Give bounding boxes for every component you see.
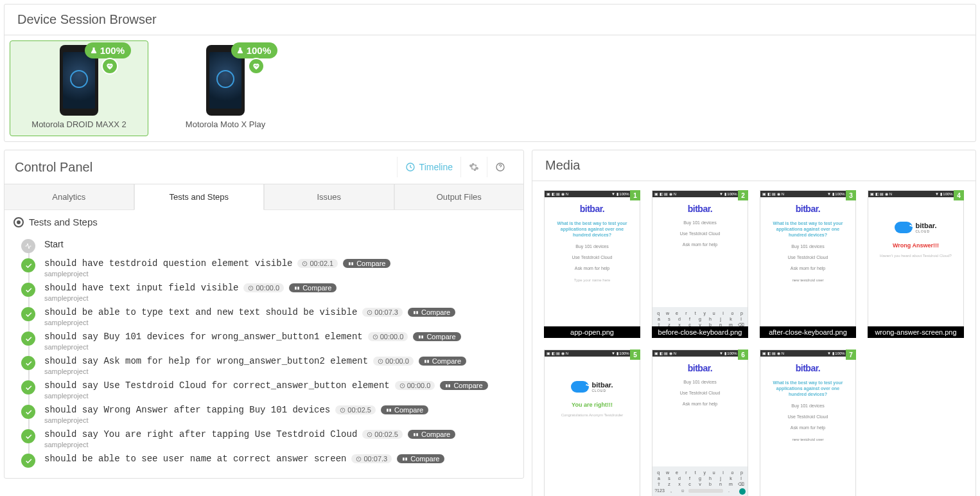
thumbnail-image: ▣ ◧ ▤ ◉ N▼ ▮ 100% 11:3bitbar.What is the… [544, 190, 640, 338]
step-duration: 00:02.1 [297, 259, 338, 268]
settings-button[interactable] [460, 157, 487, 177]
test-step[interactable]: should say Ask mom for help for wrong_an… [21, 352, 514, 376]
step-duration: 00:00.0 [243, 283, 284, 292]
step-title: should say Ask mom for help for wrong_an… [44, 356, 368, 366]
clock-icon [405, 162, 416, 172]
thumbnail-caption: wrong-answer-screen.png [868, 326, 964, 338]
compare-button[interactable]: Compare [419, 357, 466, 366]
device-session-browser: Device Session Browser 100% Motorola DRO… [4, 4, 976, 142]
compare-button[interactable]: Compare [343, 259, 390, 268]
svg-rect-19 [449, 384, 451, 387]
step-title: should say You are right after tapping U… [44, 429, 357, 439]
pass-icon [21, 429, 35, 443]
compare-button[interactable]: Compare [397, 454, 444, 463]
svg-rect-6 [295, 287, 297, 290]
device-name: Motorola DROID MAXX 2 [15, 120, 143, 129]
svg-rect-7 [297, 287, 299, 290]
test-step[interactable]: should be able to type text and new text… [21, 303, 514, 328]
compare-button[interactable]: Compare [440, 381, 487, 390]
thumbnail-image: ▣ ◧ ▤ ◉ N▼ ▮ 100% 11:3bitbar.What is the… [760, 190, 856, 338]
svg-rect-9 [414, 311, 416, 314]
clock-icon [356, 456, 362, 462]
screenshot-thumbnail[interactable]: ▣ ◧ ▤ ◉ N▼ ▮ 100% 11:3bitbar.CLOUDYou ar… [544, 350, 640, 496]
pass-icon [21, 332, 35, 346]
step-duration: 00:00.0 [395, 381, 435, 390]
pass-icon [21, 405, 35, 419]
flask-icon [236, 47, 244, 55]
timeline-button[interactable]: Timeline [397, 157, 460, 177]
clock-icon [372, 334, 378, 340]
gear-icon [469, 162, 479, 172]
device-card[interactable]: 100% Motorola Moto X Play [156, 40, 295, 136]
step-project: sampleproject [44, 416, 514, 424]
svg-rect-12 [419, 335, 421, 339]
clock-icon [367, 310, 372, 315]
pass-icon [21, 380, 35, 394]
test-step[interactable]: should say Buy 101 devices for wrong_ans… [21, 328, 514, 352]
compare-button[interactable]: Compare [381, 405, 428, 414]
tab-analytics[interactable]: Analytics [4, 184, 134, 210]
step-project: sampleproject [44, 319, 514, 326]
thumbnail-number: 2 [738, 190, 748, 200]
test-step[interactable]: should say You are right after tapping U… [21, 425, 514, 450]
device-card[interactable]: 100% Motorola DROID MAXX 2 [10, 40, 148, 136]
screenshot-thumbnail[interactable]: ▣ ◧ ▤ ◉ N▼ ▮ 100% 11:3bitbar.CLOUDWrong … [868, 190, 964, 338]
step-project: sampleproject [44, 343, 514, 351]
test-step[interactable]: should have text input field visible 00:… [21, 279, 514, 303]
media-title: Media [532, 150, 976, 181]
test-step[interactable]: should say Use Testdroid Cloud for corre… [21, 376, 514, 401]
svg-rect-10 [416, 311, 418, 314]
thumbnail-image: ▣ ◧ ▤ ◉ N▼ ▮ 100% 11:3bitbar.What is the… [760, 350, 856, 496]
step-duration: 00:00.0 [373, 357, 414, 366]
flask-icon [90, 47, 98, 55]
step-title: should have text input field visible [44, 283, 238, 293]
control-panel-title: Control Panel [15, 160, 92, 175]
media-panel: Media ▣ ◧ ▤ ◉ N▼ ▮ 100% 11:3bitbar.What … [532, 150, 976, 496]
step-title: should be able to type text and new text… [44, 307, 357, 317]
pass-icon [21, 283, 35, 297]
svg-rect-16 [427, 360, 429, 363]
compare-button[interactable]: Compare [408, 308, 455, 317]
svg-rect-25 [416, 433, 418, 436]
tab-output-files[interactable]: Output Files [394, 184, 524, 210]
compare-button[interactable]: Compare [413, 332, 460, 341]
svg-rect-18 [446, 384, 448, 387]
screenshot-thumbnail[interactable]: ▣ ◧ ▤ ◉ N▼ ▮ 100% 11:3bitbar.What is the… [760, 190, 856, 338]
step-project: sampleproject [44, 392, 514, 400]
timeline-label: Timeline [419, 162, 453, 172]
compare-icon [418, 334, 424, 340]
compare-icon [413, 310, 419, 315]
screenshot-thumbnail[interactable]: ▣ ◧ ▤ ◉ N▼ ▮ 100% 11:3bitbar.What is the… [760, 350, 856, 496]
test-step[interactable]: should be able to see user name at corre… [21, 450, 514, 469]
svg-rect-3 [349, 262, 351, 265]
control-panel: Control Panel Timeline A [4, 150, 524, 479]
step-project: sampleproject [44, 270, 514, 278]
thumbnail-number: 5 [630, 350, 640, 360]
pass-icon [21, 258, 35, 272]
pass-icon [21, 454, 35, 468]
start-label: Start [44, 239, 64, 249]
thumbnail-number: 4 [954, 190, 964, 200]
compare-button[interactable]: Compare [408, 430, 455, 439]
pass-icon [21, 356, 35, 370]
step-duration: 00:07.3 [362, 308, 403, 317]
tab-tests-and-steps[interactable]: Tests and Steps [134, 184, 265, 210]
thumbnail-number: 1 [630, 190, 640, 200]
svg-rect-15 [424, 360, 426, 363]
clock-icon [399, 383, 405, 389]
step-duration: 00:07.3 [351, 454, 392, 463]
screenshot-thumbnail[interactable]: ▣ ◧ ▤ ◉ N▼ ▮ 100% 11:3bitbar.Buy 101 dev… [652, 350, 748, 496]
svg-rect-4 [351, 262, 353, 265]
tab-issues[interactable]: Issues [264, 184, 394, 210]
thumbnail-number: 7 [846, 350, 856, 360]
test-step[interactable]: should say Wrong Answer after tapping Bu… [21, 401, 514, 425]
screenshot-thumbnail[interactable]: ▣ ◧ ▤ ◉ N▼ ▮ 100% 11:3bitbar.Buy 101 dev… [652, 190, 748, 338]
svg-rect-13 [422, 335, 424, 339]
test-step[interactable]: should have testdroid question element v… [21, 254, 514, 279]
help-button[interactable] [487, 157, 513, 177]
compare-icon [294, 285, 300, 291]
compare-button[interactable]: Compare [289, 283, 337, 292]
screenshot-thumbnail[interactable]: ▣ ◧ ▤ ◉ N▼ ▮ 100% 11:3bitbar.What is the… [544, 190, 640, 338]
thumbnail-number: 3 [846, 190, 856, 200]
step-project: sampleproject [44, 441, 514, 448]
